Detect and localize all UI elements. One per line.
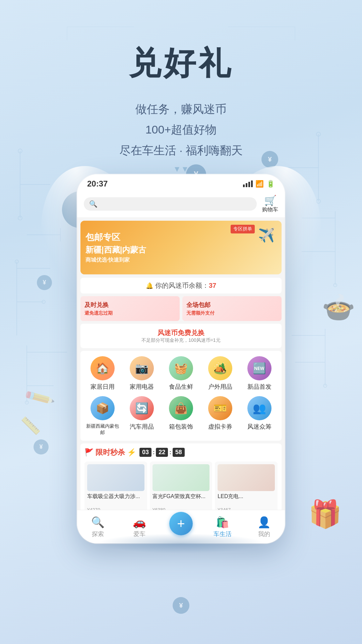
- pot-icon: 🍲: [322, 292, 355, 323]
- wifi-icon: 📶: [255, 180, 264, 188]
- promo-exchange-bar[interactable]: 风迷币免费兑换 不足部分可现金补充，100风迷币=1元: [80, 324, 282, 348]
- promo-shipping-sub: 无需额外支付: [186, 310, 278, 316]
- promo-exchange-sub: 避免遗忘过期: [84, 310, 176, 316]
- bags-icon: 👜: [169, 396, 193, 420]
- yuan-circle-small-2: ¥: [261, 151, 278, 168]
- promo-exchange-label: 及时兑换: [84, 301, 176, 309]
- countdown-seconds: 58: [173, 448, 185, 457]
- svg-point-21: [334, 283, 337, 287]
- flash-sale-section: 🚩 限时秒杀 ⚡ 03 : 22 : 58 车载吸尘器大: [80, 443, 282, 519]
- product-name-3: LED充电...: [218, 493, 275, 507]
- promo-shipping-card[interactable]: 全场包邮 无需额外支付: [182, 296, 282, 321]
- nav-add-button[interactable]: +: [169, 512, 193, 535]
- product-image-2: [153, 464, 210, 491]
- svg-point-3: [18, 216, 22, 220]
- battery-icon: 🔋: [266, 180, 275, 188]
- points-value: 37: [209, 282, 216, 289]
- countdown-minutes: 22: [156, 448, 168, 457]
- mine-nav-icon: 👤: [257, 516, 271, 529]
- page-title: 兑好礼: [0, 0, 362, 82]
- product-image-1: [87, 464, 144, 491]
- nav-mine-label: 我的: [258, 530, 270, 538]
- pencil-icon: ✏️: [22, 381, 56, 414]
- yuan-circle-small-3: ¥: [37, 275, 52, 290]
- yuan-circle-small-5: ¥: [34, 439, 49, 454]
- vouchers-icon: 🎫: [208, 396, 232, 420]
- vouchers-label: 虚拟卡券: [208, 423, 232, 431]
- category-row-1: 🏠 家居日用 📷 家用电器 🧺 食品生鲜 🏕️ 户外用品: [83, 356, 279, 391]
- car-icon: 🔄: [130, 396, 154, 420]
- countdown-hours: 03: [139, 448, 152, 457]
- food-icon: 🧺: [169, 356, 193, 380]
- status-bar: 20:37 📶 🔋: [77, 174, 285, 191]
- category-item-household[interactable]: 🏠 家居日用: [86, 356, 119, 391]
- phone-mockup: 20:37 📶 🔋 🔍 🛒: [77, 174, 285, 543]
- product-name-2: 富光FGA荣致真空杯...: [153, 493, 210, 507]
- category-row-2: 📦 新疆西藏内蒙包邮 🔄 汽车用品 👜 箱包装饰 🎫 虚拟卡券: [83, 396, 279, 435]
- life-nav-icon: 🛍️: [216, 516, 229, 529]
- food-label: 食品生鲜: [169, 383, 193, 391]
- nav-explore-label: 探索: [92, 530, 104, 538]
- search-icon: 🔍: [89, 200, 98, 208]
- car-nav-icon: 🚗: [133, 516, 146, 529]
- promo-shipping-label: 全场包邮: [186, 301, 278, 309]
- search-bar[interactable]: 🔍 🛒 购物车: [77, 191, 285, 217]
- svg-point-25: [323, 384, 327, 387]
- flash-icon: ⚡: [127, 448, 136, 457]
- app-content: 🔍 🛒 购物车 包邮专区 新疆|西藏|内蒙古 商城优选·快速到家 专区拼单 ✈️: [77, 191, 285, 519]
- bell-icon: 🔔: [146, 282, 153, 289]
- promo-cards: 及时兑换 避免遗忘过期 全场包邮 无需额外支付: [80, 296, 282, 321]
- new-icon: 🆕: [247, 356, 272, 380]
- banner[interactable]: 包邮专区 新疆|西藏|内蒙古 商城优选·快速到家 专区拼单 ✈️: [80, 221, 282, 274]
- svg-point-17: [316, 199, 320, 203]
- points-label: 你的风迷币余额：: [155, 281, 209, 290]
- promo-exchange-card[interactable]: 及时兑换 避免遗忘过期: [80, 296, 180, 321]
- flash-sale-label: 🚩 限时秒杀 ⚡: [84, 447, 136, 458]
- promo-exchange-title: 风迷币免费兑换: [85, 328, 277, 337]
- banner-tag: 专区拼单: [231, 225, 255, 233]
- cart-label: 购物车: [262, 206, 278, 213]
- category-item-vouchers[interactable]: 🎫 虚拟卡券: [203, 396, 237, 435]
- banner-subtitle: 商城优选·快速到家: [85, 257, 146, 264]
- category-item-new[interactable]: 🆕 新品首发: [243, 356, 276, 391]
- outdoor-icon: 🏕️: [208, 356, 232, 380]
- outdoor-label: 户外用品: [208, 383, 232, 391]
- search-input-area[interactable]: 🔍: [84, 197, 257, 211]
- explore-icon: 🔍: [91, 516, 105, 529]
- yuan-circle-bottom: ¥: [173, 597, 189, 614]
- product-image-3: [218, 464, 275, 491]
- phone-shadow: [97, 533, 265, 553]
- category-grid: 🏠 家居日用 📷 家用电器 🧺 食品生鲜 🏕️ 户外用品: [80, 351, 282, 441]
- regions-icon: 📦: [90, 396, 115, 420]
- new-label: 新品首发: [247, 383, 272, 391]
- cart-button[interactable]: 🛒 购物车: [262, 195, 278, 213]
- category-item-food[interactable]: 🧺 食品生鲜: [164, 356, 198, 391]
- banner-title: 包邮专区: [85, 231, 146, 243]
- status-icons: 📶 🔋: [243, 180, 275, 188]
- nav-item-explore[interactable]: 🔍 探索: [77, 516, 119, 538]
- countdown: 03 : 22 : 58: [139, 448, 185, 457]
- promo-exchange-desc: 不足部分可现金补充，100风迷币=1元: [85, 337, 277, 343]
- add-icon: +: [177, 517, 185, 530]
- banner-text: 包邮专区 新疆|西藏|内蒙古 商城优选·快速到家: [85, 231, 146, 264]
- svg-point-8: [15, 260, 18, 263]
- product-name-1: 车载吸尘器大吸力涉...: [87, 493, 144, 507]
- category-item-outdoor[interactable]: 🏕️ 户外用品: [203, 356, 237, 391]
- status-time: 20:37: [87, 179, 108, 189]
- category-item-regions[interactable]: 📦 新疆西藏内蒙包邮: [86, 396, 119, 435]
- svg-point-10: [42, 300, 45, 304]
- household-label: 家居日用: [90, 383, 115, 391]
- signal-bars-icon: [243, 180, 253, 187]
- banner-regions: 新疆|西藏|内蒙古: [85, 245, 146, 255]
- points-bar: 🔔 你的风迷币余额： 37: [80, 278, 282, 293]
- ruler-icon: 📏: [20, 416, 41, 435]
- airplane-icon: ✈️: [258, 227, 275, 243]
- flag-icon: 🚩: [84, 448, 94, 457]
- category-item-car[interactable]: 🔄 汽车用品: [125, 396, 159, 435]
- nav-item-mine[interactable]: 👤 我的: [243, 516, 285, 538]
- category-item-crowd[interactable]: 👥 风迷众筹: [243, 396, 276, 435]
- nav-item-add[interactable]: +: [160, 519, 202, 535]
- appliances-icon: 📷: [130, 356, 154, 380]
- category-item-appliances[interactable]: 📷 家用电器: [125, 356, 159, 391]
- category-item-bags[interactable]: 👜 箱包装饰: [164, 396, 198, 435]
